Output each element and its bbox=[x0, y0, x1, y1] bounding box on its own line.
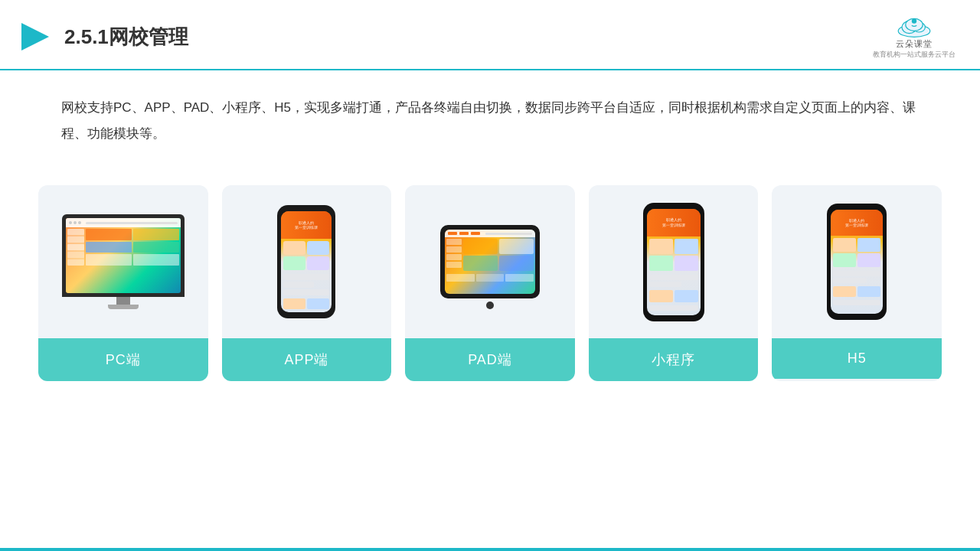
pc-mockup bbox=[62, 214, 185, 309]
header-right: 云朵课堂 教育机构一站式服务云平台 bbox=[873, 14, 956, 60]
pc-screen-inner bbox=[66, 218, 181, 293]
phone-screen: 职通人的第一堂训练课 bbox=[281, 211, 332, 312]
miniapp-outer: 职通人的第一堂训练课 bbox=[643, 203, 704, 321]
pc-base bbox=[116, 297, 130, 305]
pc-label: PC端 bbox=[38, 338, 208, 381]
pad-mockup bbox=[440, 225, 540, 298]
pc-stand bbox=[108, 305, 139, 309]
svg-marker-0 bbox=[21, 23, 49, 51]
h5-outer: 职通人的第一堂训练课 bbox=[827, 204, 887, 320]
pc-image-area bbox=[38, 185, 208, 338]
description-text: 网校支持PC、APP、PAD、小程序、H5，实现多端打通，产品各终端自由切换，数… bbox=[0, 70, 980, 155]
miniapp-image-area: 职通人的第一堂训练课 bbox=[589, 185, 759, 338]
phone-notch bbox=[297, 205, 315, 209]
phone-outer: 职通人的第一堂训练课 bbox=[277, 205, 335, 318]
tablet-screen bbox=[445, 230, 535, 294]
page-title: 2.5.1网校管理 bbox=[64, 24, 188, 51]
logo-arrow-icon bbox=[18, 20, 52, 54]
miniapp-screen-text: 职通人的第一堂训练课 bbox=[662, 217, 685, 227]
h5-mockup: 职通人的第一堂训练课 bbox=[827, 204, 887, 320]
miniapp-mockup: 职通人的第一堂训练课 bbox=[643, 203, 704, 321]
pc-card: PC端 bbox=[38, 185, 208, 381]
miniapp-screen: 职通人的第一堂训练课 bbox=[647, 209, 701, 315]
bottom-line bbox=[0, 548, 980, 551]
app-image-area: 职通人的第一堂训练课 bbox=[222, 185, 392, 338]
h5-label: H5 bbox=[772, 338, 942, 379]
pad-card: PAD端 bbox=[405, 185, 575, 381]
app-mockup: 职通人的第一堂训练课 bbox=[277, 205, 335, 318]
brand-slogan: 教育机构一站式服务云平台 bbox=[873, 50, 956, 60]
pc-screen-outer bbox=[62, 214, 185, 297]
header-left: 2.5.1网校管理 bbox=[18, 20, 188, 54]
pad-label: PAD端 bbox=[405, 338, 575, 381]
device-cards-section: PC端 职通人的第一堂训练课 bbox=[0, 162, 980, 381]
brand-logo: 云朵课堂 教育机构一站式服务云平台 bbox=[873, 14, 956, 60]
brand-name: 云朵课堂 bbox=[896, 38, 933, 50]
h5-screen-text: 职通人的第一堂训练课 bbox=[845, 218, 868, 228]
svg-point-5 bbox=[912, 18, 916, 23]
h5-screen: 职通人的第一堂训练课 bbox=[831, 210, 883, 314]
pad-image-area bbox=[405, 185, 575, 338]
brand-icon bbox=[896, 14, 933, 38]
miniapp-label: 小程序 bbox=[589, 338, 759, 381]
miniapp-notch bbox=[664, 203, 684, 207]
app-card: 职通人的第一堂训练课 bbox=[222, 185, 392, 381]
tablet-home-btn bbox=[486, 302, 494, 309]
h5-card: 职通人的第一堂训练课 bbox=[772, 185, 942, 381]
h5-notch bbox=[847, 204, 867, 207]
miniapp-card: 职通人的第一堂训练课 bbox=[589, 185, 759, 381]
app-label: APP端 bbox=[222, 338, 392, 381]
header: 2.5.1网校管理 云朵课堂 教育机构一站式服务云平台 bbox=[0, 0, 980, 70]
tablet-outer bbox=[440, 225, 540, 298]
phone-screen-text: 职通人的第一堂训练课 bbox=[295, 220, 318, 230]
h5-image-area: 职通人的第一堂训练课 bbox=[772, 185, 942, 338]
